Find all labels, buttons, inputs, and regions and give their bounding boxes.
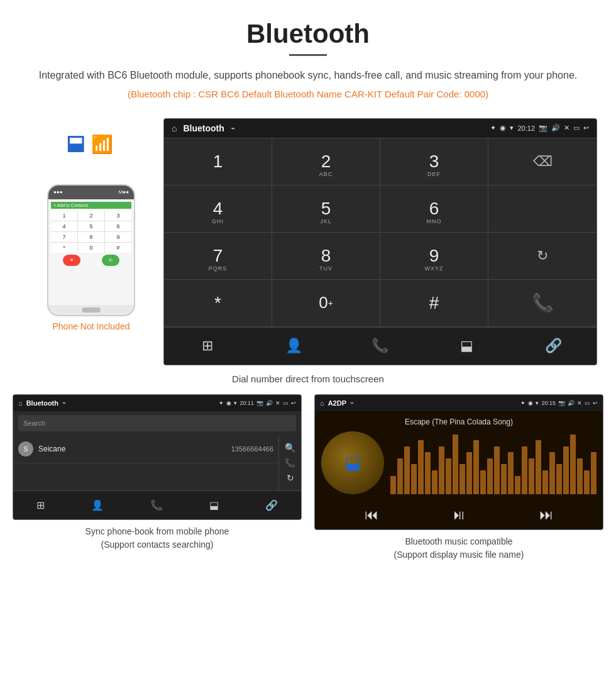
viz-bar: [466, 452, 472, 494]
phone-key-9: 9: [105, 232, 131, 242]
nav-link-icon[interactable]: 🔗: [537, 333, 569, 358]
dial-key-4[interactable]: 4GHI: [164, 185, 272, 233]
dial-screen: ⌂ Bluetooth ⌁ ✦ ◉ ▾ 20:12 📷 🔊 ✕ ▭ ↩ 1 2A…: [163, 118, 597, 365]
usb-icon: ⌁: [231, 124, 235, 133]
pb-nav-contacts-icon[interactable]: 👤: [91, 499, 104, 511]
pb-nav-bt-icon[interactable]: ⬓: [209, 499, 219, 511]
dial-key-star[interactable]: *: [164, 280, 272, 327]
viz-bar: [570, 434, 576, 494]
dial-caption: Dial number direct from touchscreen: [0, 368, 616, 394]
phone-call-btn: ✆: [102, 255, 119, 266]
pb-side-bar: 🔍 📞 ↻: [278, 435, 301, 490]
music-statusbar: ⌂ A2DP ⌁ ✦ ◉ ▾ 20:15 📷 🔊 ✕ ▭ ↩: [315, 395, 603, 411]
bt-status-icon: ✦: [490, 124, 496, 132]
viz-bar: [453, 434, 458, 494]
nav-grid-icon[interactable]: ⊞: [192, 333, 223, 358]
statusbar-right: ✦ ◉ ▾ 20:12 📷 🔊 ✕ ▭ ↩: [490, 124, 589, 132]
viz-bar: [425, 452, 431, 494]
music-win-icon: ▭: [585, 400, 590, 406]
title-divider: [289, 54, 327, 56]
dial-redial[interactable]: ↻: [488, 233, 597, 280]
nav-bluetooth-icon[interactable]: ⬓: [451, 333, 483, 358]
pb-search-bar[interactable]: Search: [18, 415, 296, 431]
pb-contact-avatar: S: [18, 441, 33, 456]
viz-bar: [432, 470, 437, 494]
dial-hangup[interactable]: 📞: [488, 280, 597, 327]
music-caption: Bluetooth music compatible (Support disp…: [394, 535, 524, 562]
music-x-icon: ✕: [577, 400, 582, 406]
music-statusbar-right: ✦ ◉ ▾ 20:15 📷 🔊 ✕ ▭ ↩: [520, 400, 598, 406]
viz-bar: [480, 470, 486, 494]
dial-backspace[interactable]: ⌫: [488, 138, 597, 185]
viz-bar: [522, 446, 527, 494]
music-title: A2DP: [328, 399, 346, 407]
nav-contacts-icon[interactable]: 👤: [278, 333, 309, 358]
bluetooth-symbol-area: 📶 ⬓: [66, 131, 116, 181]
pb-nav-call-icon[interactable]: 📞: [150, 499, 163, 511]
pb-statusbar-left: ⌂ Bluetooth ⌁: [18, 399, 66, 407]
music-visualizer: [390, 431, 597, 494]
viz-bar: [397, 458, 403, 494]
dial-key-9[interactable]: 9WXYZ: [380, 233, 488, 280]
bottom-nav: ⊞ 👤 📞 ⬓ 🔗: [164, 327, 597, 365]
phone-key-3: 3: [105, 211, 131, 221]
phonebook-block: ⌂ Bluetooth ⌁ ✦ ◉ ▾ 20:11 📷 🔊 ✕ ▭ ↩: [13, 394, 302, 562]
viz-bar: [591, 452, 597, 494]
viz-bar: [418, 440, 424, 494]
pb-signal-icon: ▾: [234, 400, 237, 406]
dial-key-6[interactable]: 6MNO: [380, 185, 488, 233]
pb-nav-grid-icon[interactable]: ⊞: [36, 499, 45, 511]
music-home-icon: ⌂: [320, 399, 324, 407]
dial-key-2[interactable]: 2ABC: [272, 138, 380, 185]
orange-info: (Bluetooth chip : CSR BC6 Default Blueto…: [38, 89, 578, 99]
prev-btn[interactable]: ⏮: [365, 507, 378, 523]
viz-bar: [411, 464, 417, 494]
pb-title: Bluetooth: [26, 399, 58, 407]
music-block: ⌂ A2DP ⌁ ✦ ◉ ▾ 20:15 📷 🔊 ✕ ▭ ↩ E: [314, 394, 603, 562]
dial-key-3[interactable]: 3DEF: [380, 138, 488, 185]
pb-search-side-icon[interactable]: 🔍: [285, 443, 295, 453]
pb-nav-link-icon[interactable]: 🔗: [265, 499, 278, 511]
dial-key-7[interactable]: 7PQRS: [164, 233, 272, 280]
phone-key-star: *: [51, 243, 77, 253]
phone-key-4: 4: [51, 221, 77, 231]
music-back-icon: ↩: [593, 400, 598, 406]
play-pause-btn[interactable]: ⏯: [452, 507, 466, 523]
pb-statusbar-right: ✦ ◉ ▾ 20:11 📷 🔊 ✕ ▭ ↩: [219, 400, 296, 406]
phone-home-button: [82, 307, 101, 313]
window-icon: ▭: [573, 124, 580, 132]
viz-bar: [404, 446, 410, 494]
dial-key-0[interactable]: 0+: [272, 280, 380, 327]
viz-bar: [446, 458, 451, 494]
next-btn[interactable]: ⏭: [539, 507, 553, 523]
music-frame: ⌂ A2DP ⌁ ✦ ◉ ▾ 20:15 📷 🔊 ✕ ▭ ↩ E: [314, 394, 603, 530]
dial-key-8[interactable]: 8TUV: [272, 233, 380, 280]
phone-carrier: ●●●: [53, 189, 63, 195]
pb-cam-icon: 📷: [256, 400, 263, 406]
phone-not-included-label: Phone Not Included: [53, 321, 130, 331]
viz-bar: [556, 464, 562, 494]
phone-bottom-row: ✕ ✆: [51, 253, 131, 268]
album-art: ⬓: [321, 431, 384, 494]
dial-key-5[interactable]: 5JKL: [272, 185, 380, 233]
music-loc-icon: ◉: [528, 400, 533, 406]
pb-home-icon: ⌂: [18, 399, 23, 407]
dial-key-1[interactable]: 1: [164, 138, 272, 185]
pb-contact-row[interactable]: S Seicane 13566664466: [13, 435, 278, 463]
statusbar-left: ⌂ Bluetooth ⌁: [172, 123, 235, 133]
viz-bar: [529, 458, 534, 494]
dial-key-hash[interactable]: #: [380, 280, 488, 327]
viz-bar: [549, 452, 555, 494]
music-content: ⬓: [321, 431, 597, 494]
location-icon: ◉: [500, 124, 506, 132]
pb-main-area: S Seicane 13566664466 🔍 📞 ↻: [13, 435, 301, 490]
music-song-title: Escape (The Pina Colada Song): [405, 418, 513, 426]
time-display: 20:12: [517, 124, 535, 132]
title-section: Bluetooth Integrated with BC6 Bluetooth …: [0, 0, 616, 112]
music-signal-icon: ▾: [536, 400, 539, 406]
pb-sync-side-icon[interactable]: ↻: [287, 473, 294, 483]
viz-bar: [473, 440, 479, 494]
nav-call-icon[interactable]: 📞: [365, 333, 396, 358]
phone-screen: + Add to Contacts 1 2 3 4 5 6 7 8 9 * 0 …: [48, 199, 134, 305]
pb-call-side-icon[interactable]: 📞: [285, 458, 295, 468]
